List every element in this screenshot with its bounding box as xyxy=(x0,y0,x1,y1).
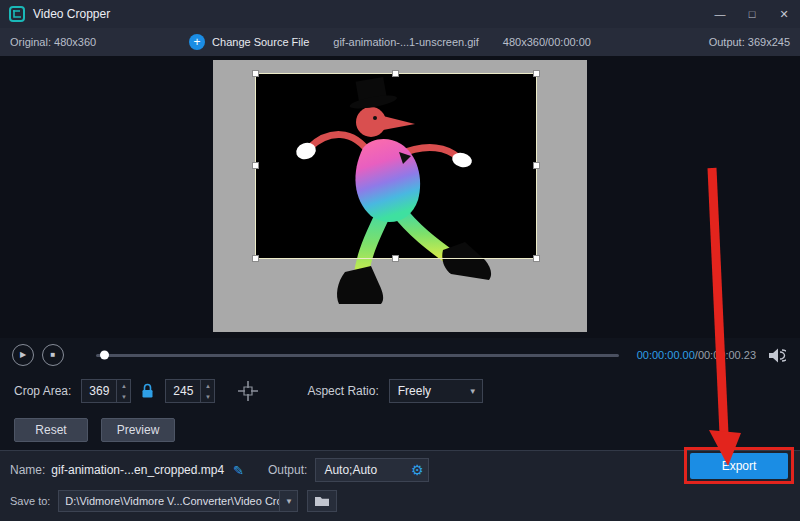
action-buttons-row: Reset Preview xyxy=(0,412,175,448)
crop-controls-row: Crop Area: 369 ▲ ▼ 245 ▲ ▼ Aspect Ratio:… xyxy=(0,374,800,408)
player-controls: ▶ ■ 00:00:00.00/00:00:00.23 xyxy=(0,338,800,372)
info-bar: Original: 480x360 + Change Source File g… xyxy=(0,28,800,56)
center-crosshair-icon[interactable] xyxy=(237,380,259,402)
stop-icon: ■ xyxy=(51,351,56,359)
output-format-dropdown[interactable]: Auto;Auto ⚙ xyxy=(315,458,429,482)
output-format-label: Output: xyxy=(268,463,307,477)
save-to-row: Save to: D:\Vidmore\Vidmore V...Converte… xyxy=(0,488,800,514)
output-size-label: Output: 369x245 xyxy=(709,36,790,48)
seek-thumb[interactable] xyxy=(100,351,109,360)
save-to-label: Save to: xyxy=(10,495,50,507)
titlebar: Video Cropper — □ ✕ xyxy=(0,0,800,28)
crop-height-spinners: ▲ ▼ xyxy=(200,380,214,402)
app-logo-icon xyxy=(9,6,25,22)
source-info-group: + Change Source File gif-animation-...1-… xyxy=(120,28,660,56)
original-size-label: Original: 480x360 xyxy=(10,36,96,48)
reset-button[interactable]: Reset xyxy=(14,418,88,442)
output-format-value: Auto;Auto xyxy=(316,463,406,477)
chevron-down-icon: ▼ xyxy=(464,387,482,396)
volume-icon[interactable] xyxy=(768,348,786,363)
browse-folder-button[interactable] xyxy=(307,490,337,512)
crop-handle[interactable] xyxy=(533,162,540,169)
crop-width-value[interactable]: 369 xyxy=(82,380,116,402)
video-cropper-window: Video Cropper — □ ✕ Original: 480x360 + … xyxy=(0,0,800,521)
gear-icon[interactable]: ⚙ xyxy=(406,462,428,478)
source-file-info: 480x360/00:00:00 xyxy=(503,36,591,48)
crop-handle[interactable] xyxy=(392,70,399,77)
edit-name-icon[interactable]: ✎ xyxy=(233,463,244,478)
lock-ratio-icon[interactable] xyxy=(140,383,155,399)
output-filename: gif-animation-...en_cropped.mp4 xyxy=(51,463,224,477)
minimize-icon[interactable]: — xyxy=(704,0,736,28)
duration-time: /00:00:00.23 xyxy=(695,349,756,361)
export-button[interactable]: Export xyxy=(690,453,788,479)
crop-handle[interactable] xyxy=(392,255,399,262)
save-path-dropdown[interactable]: D:\Vidmore\Vidmore V...Converter\Video C… xyxy=(58,490,298,512)
plus-icon: + xyxy=(189,34,205,50)
spin-down-icon[interactable]: ▼ xyxy=(201,391,214,402)
window-controls: — □ ✕ xyxy=(704,0,800,28)
video-canvas xyxy=(213,60,587,332)
save-path-value: D:\Vidmore\Vidmore V...Converter\Video C… xyxy=(59,495,279,507)
crop-handle[interactable] xyxy=(252,70,259,77)
crop-area-label: Crop Area: xyxy=(14,384,71,398)
folder-icon xyxy=(314,495,330,507)
crop-handle[interactable] xyxy=(533,70,540,77)
name-row: Name: gif-animation-...en_cropped.mp4 ✎ … xyxy=(0,457,670,483)
crop-width-spinners: ▲ ▼ xyxy=(116,380,130,402)
maximize-icon[interactable]: □ xyxy=(736,0,768,28)
aspect-ratio-value: Freely xyxy=(390,384,464,398)
aspect-ratio-label: Aspect Ratio: xyxy=(307,384,378,398)
spin-down-icon[interactable]: ▼ xyxy=(117,391,130,402)
current-time: 00:00:00.00 xyxy=(637,349,695,361)
crop-handle[interactable] xyxy=(533,255,540,262)
time-display: 00:00:00.00/00:00:00.23 xyxy=(637,349,756,361)
change-source-file-button[interactable]: + Change Source File xyxy=(189,34,309,50)
change-source-label: Change Source File xyxy=(212,36,309,48)
preview-area xyxy=(0,56,800,338)
close-icon[interactable]: ✕ xyxy=(768,0,800,28)
spin-up-icon[interactable]: ▲ xyxy=(201,380,214,391)
crop-handle[interactable] xyxy=(252,162,259,169)
play-button[interactable]: ▶ xyxy=(12,344,34,366)
crop-height-stepper[interactable]: 245 ▲ ▼ xyxy=(165,379,215,403)
seek-slider[interactable] xyxy=(96,354,619,357)
output-panel: Name: gif-animation-...en_cropped.mp4 ✎ … xyxy=(0,450,800,521)
play-icon: ▶ xyxy=(20,351,26,359)
spin-up-icon[interactable]: ▲ xyxy=(117,380,130,391)
crop-selection-box[interactable] xyxy=(255,73,537,259)
crop-height-value[interactable]: 245 xyxy=(166,380,200,402)
source-filename: gif-animation-...1-unscreen.gif xyxy=(333,36,479,48)
crop-handle[interactable] xyxy=(252,255,259,262)
window-title: Video Cropper xyxy=(33,7,110,21)
crop-width-stepper[interactable]: 369 ▲ ▼ xyxy=(81,379,131,403)
stop-button[interactable]: ■ xyxy=(42,344,64,366)
name-label: Name: xyxy=(10,463,45,477)
chevron-down-icon[interactable]: ▼ xyxy=(279,491,297,511)
aspect-ratio-dropdown[interactable]: Freely ▼ xyxy=(389,379,483,403)
preview-button[interactable]: Preview xyxy=(101,418,175,442)
